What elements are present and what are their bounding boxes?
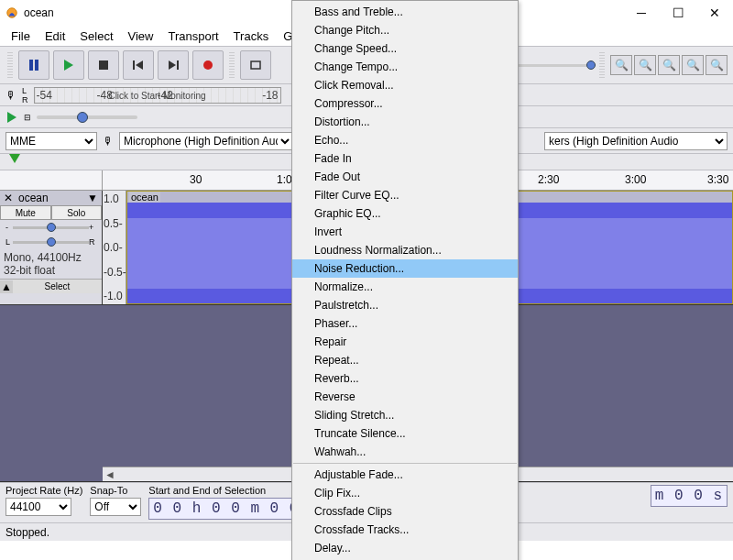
- playhead-marker-icon[interactable]: [9, 154, 20, 163]
- track-name[interactable]: ocean: [16, 192, 83, 204]
- pause-button[interactable]: [18, 50, 49, 80]
- menu-tracks[interactable]: Tracks: [226, 27, 277, 46]
- recording-meter[interactable]: -54 -48 -42 -18 Click to Start Monitorin…: [34, 87, 281, 104]
- meter-tick: -18: [262, 89, 278, 102]
- window-title: ocean: [24, 6, 54, 19]
- svg-marker-3: [64, 60, 73, 71]
- track-close-button[interactable]: ✕: [0, 192, 16, 204]
- track-collapse-button[interactable]: ▲: [0, 280, 13, 293]
- effect-menu-item[interactable]: Crossfade Clips: [292, 502, 518, 521]
- effect-menu-item[interactable]: Paulstretch...: [292, 296, 518, 314]
- pan-l-label: L: [5, 237, 13, 247]
- effect-menu-item[interactable]: Compressor...: [292, 94, 518, 113]
- svg-point-9: [203, 60, 213, 70]
- effect-menu-item[interactable]: Change Tempo...: [292, 58, 518, 76]
- gain-slider[interactable]: [13, 226, 89, 229]
- effect-menu-item[interactable]: Graphic EQ...: [292, 204, 518, 223]
- project-rate-select[interactable]: 44100: [5, 498, 71, 516]
- effect-menu-item[interactable]: Fade Out: [292, 168, 518, 186]
- skip-end-button[interactable]: [158, 50, 189, 80]
- effect-menu-item[interactable]: Click Removal...: [292, 76, 518, 94]
- dock-grip-3[interactable]: [599, 52, 605, 78]
- scroll-left-button[interactable]: ◄: [103, 468, 117, 481]
- effect-menu-item[interactable]: Fade In: [292, 149, 518, 168]
- play-button[interactable]: [53, 50, 84, 80]
- effect-menu-item[interactable]: Change Pitch...: [292, 21, 518, 39]
- fit-selection-button[interactable]: 🔍: [658, 55, 680, 75]
- effect-menu-item[interactable]: Repeat...: [292, 351, 518, 369]
- input-device-select[interactable]: Microphone (High Definition Aud: [119, 132, 293, 150]
- effect-menu-item[interactable]: Sliding Stretch...: [292, 406, 518, 424]
- fit-project-button[interactable]: 🔍: [682, 55, 704, 75]
- timeline-label: 3:30: [707, 173, 728, 186]
- menu-view[interactable]: View: [121, 27, 161, 46]
- dock-grip-2[interactable]: [229, 52, 235, 78]
- play-icon: [5, 111, 18, 124]
- svg-rect-1: [29, 60, 33, 71]
- svg-rect-4: [99, 60, 108, 70]
- zoom-toggle-button[interactable]: 🔍: [706, 55, 728, 75]
- effect-menu-item[interactable]: Reverb...: [292, 369, 518, 388]
- effect-menu-item[interactable]: Adjustable Fade...: [292, 466, 518, 484]
- menu-transport[interactable]: Transport: [160, 27, 225, 46]
- effect-menu-item[interactable]: Wahwah...: [292, 443, 518, 461]
- project-rate-label: Project Rate (Hz): [5, 485, 82, 496]
- effect-menu-item[interactable]: Loudness Normalization...: [292, 241, 518, 259]
- effect-menu-item[interactable]: Normalize...: [292, 278, 518, 296]
- effect-menu-item[interactable]: Invert: [292, 223, 518, 241]
- status-text: Stopped.: [5, 526, 49, 539]
- effect-menu-item[interactable]: Truncate Silence...: [292, 424, 518, 443]
- skip-start-button[interactable]: [123, 50, 154, 80]
- dock-grip[interactable]: [7, 52, 13, 78]
- gain-min-label: -: [5, 223, 13, 232]
- output-device-select[interactable]: kers (High Definition Audio: [544, 132, 728, 150]
- zoom-out-button[interactable]: 🔍: [634, 55, 656, 75]
- timeline-label: 3:00: [625, 173, 646, 186]
- effect-menu-item[interactable]: Distortion...: [292, 113, 518, 131]
- mic-icon[interactable]: 🎙: [5, 89, 16, 102]
- pan-slider[interactable]: [13, 241, 89, 244]
- playback-speed-slider[interactable]: [37, 115, 137, 119]
- close-button[interactable]: ✕: [696, 0, 733, 26]
- timeline-label: 30: [190, 173, 202, 186]
- track-control-panel: ✕ ocean ▼ Mute Solo - + L R Mono, 44100H…: [0, 191, 103, 304]
- zoom-in-button[interactable]: 🔍: [610, 55, 632, 75]
- meter-channel-l: LR: [22, 86, 28, 104]
- effect-menu-item[interactable]: Repair: [292, 333, 518, 351]
- svg-rect-8: [177, 60, 179, 70]
- menu-file[interactable]: File: [4, 27, 38, 46]
- effect-menu-item[interactable]: Phaser...: [292, 314, 518, 333]
- audio-host-select[interactable]: MME: [5, 132, 97, 150]
- effect-menu-item[interactable]: Noise Reduction...: [292, 259, 518, 278]
- track-select-button[interactable]: Select: [13, 280, 102, 293]
- effect-menu-item[interactable]: Change Speed...: [292, 39, 518, 58]
- track-menu-button[interactable]: ▼: [83, 192, 102, 204]
- meter-tick: -54: [37, 89, 52, 102]
- menu-edit[interactable]: Edit: [38, 27, 72, 46]
- waveform-clip-label: ocean: [129, 192, 160, 203]
- effect-menu-item[interactable]: Delay...: [292, 539, 518, 557]
- effect-menu: Bass and Treble...Change Pitch...Change …: [291, 0, 519, 560]
- stop-button[interactable]: [88, 50, 119, 80]
- effect-menu-item[interactable]: Bass and Treble...: [292, 3, 518, 21]
- audio-position-time[interactable]: m 0 0 s: [651, 485, 728, 507]
- effect-menu-item[interactable]: Clip Fix...: [292, 484, 518, 502]
- maximize-button[interactable]: ☐: [660, 0, 696, 26]
- timeline-label: 2:30: [538, 173, 559, 186]
- record-button[interactable]: [192, 50, 224, 80]
- svg-rect-5: [133, 60, 135, 70]
- effect-menu-item[interactable]: Filter Curve EQ...: [292, 186, 518, 204]
- solo-button[interactable]: Solo: [51, 205, 103, 220]
- loop-button[interactable]: [240, 50, 271, 80]
- mute-button[interactable]: Mute: [0, 205, 51, 220]
- menu-select[interactable]: Select: [72, 27, 120, 46]
- pan-r-label: R: [89, 237, 96, 247]
- meter-hint: Click to Start Monitoring: [108, 90, 205, 100]
- minimize-button[interactable]: ─: [623, 0, 660, 26]
- effect-menu-item[interactable]: Reverse: [292, 388, 518, 406]
- effect-menu-item[interactable]: Echo...: [292, 131, 518, 149]
- amplitude-scale: 1.0 0.5- 0.0- -0.5- -1.0: [103, 191, 126, 304]
- effect-menu-item[interactable]: Crossfade Tracks...: [292, 521, 518, 539]
- snap-select[interactable]: Off: [90, 498, 141, 516]
- app-logo-icon: [5, 6, 18, 19]
